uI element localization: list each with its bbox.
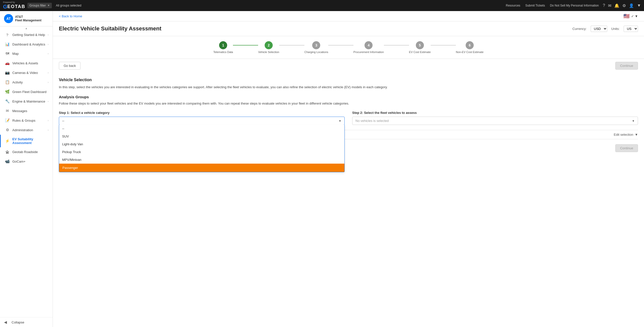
- currency-select[interactable]: USD: [591, 26, 607, 32]
- sidebar-collapse-button[interactable]: ◀ Collapse: [0, 317, 53, 327]
- step-6-circle: 6: [466, 41, 474, 49]
- settings-icon[interactable]: ⚙: [622, 3, 626, 8]
- sidebar-item-cameras[interactable]: 📷 Cameras & Video ›: [0, 68, 53, 77]
- sidebar-scroll-up[interactable]: ▲: [0, 26, 53, 30]
- sidebar-label-geotab-roadside: Geotab Roadside: [12, 150, 49, 154]
- geotab-roadside-icon: 🛣: [5, 150, 10, 154]
- sidebar-item-map[interactable]: 🗺 Map ›: [0, 49, 53, 58]
- groups-filter-button[interactable]: Groups filter ▼: [27, 3, 52, 8]
- flag-dropdown-arrow[interactable]: ✓ ▼: [631, 14, 638, 18]
- option-mpv-minivan[interactable]: MPV/Minivan: [59, 156, 344, 164]
- fleet-vehicles-arrow-icon: ▼: [632, 119, 635, 122]
- groups-filter-label: Groups filter: [29, 4, 46, 7]
- option-passenger[interactable]: Passenger: [59, 164, 344, 172]
- brand-subtitle: Fleet Management: [15, 19, 42, 22]
- engine-expand-icon: ›: [48, 100, 49, 103]
- option-placeholder[interactable]: --: [59, 125, 344, 132]
- sidebar-label-messages: Messages: [12, 109, 49, 113]
- units-select[interactable]: US: [624, 26, 638, 32]
- option-suv[interactable]: SUV: [59, 132, 344, 140]
- user-icon[interactable]: 👤: [629, 3, 634, 8]
- logo-g: G: [3, 4, 7, 10]
- top-bar: Powered by G EOTAB Groups filter ▼ All g…: [0, 0, 644, 11]
- geotab-logo: Powered by G EOTAB: [3, 1, 25, 10]
- vehicle-selection-title: Vehicle Selection: [59, 78, 638, 82]
- sidebar-item-activity[interactable]: 📋 Activity ›: [0, 77, 53, 87]
- step-6: 6 Non-EV Cost Estimate: [456, 41, 484, 54]
- sidebar-item-geotab-roadside[interactable]: 🛣 Geotab Roadside: [0, 147, 53, 157]
- step-5-circle: 5: [416, 41, 424, 49]
- cameras-icon: 📷: [5, 70, 10, 75]
- sidebar-item-green-fleet[interactable]: 🌿 Green Fleet Dashboard: [0, 87, 53, 97]
- engine-icon: 🔧: [5, 99, 10, 104]
- vehicle-category-dropdown-menu: -- SUV Light-duty Van Pickup Truck MPV/M…: [59, 125, 345, 172]
- continue-button-top[interactable]: Continue: [615, 62, 638, 70]
- step-4-circle: 4: [365, 41, 373, 49]
- bell-icon[interactable]: 🔔: [614, 3, 619, 8]
- step-5-label: EV Cost Estimate: [409, 51, 431, 54]
- sidebar-item-ev-suitability[interactable]: ⚡ EV Suitability Assessment: [0, 135, 53, 147]
- sidebar-item-gocam[interactable]: 📹 GoCam+: [0, 157, 53, 166]
- vehicles-icon: 🚗: [5, 61, 10, 65]
- collapse-label: Collapse: [12, 320, 24, 324]
- step-1-label: Telematics Data: [213, 51, 233, 54]
- option-light-duty-van[interactable]: Light-duty Van: [59, 140, 344, 148]
- sidebar-item-rules-groups[interactable]: 📝 Rules & Groups ›: [0, 116, 53, 125]
- step-connector-1-2: [233, 45, 258, 45]
- step-6-label: Non-EV Cost Estimate: [456, 51, 484, 54]
- top-bar-icons: ? ✉ 🔔 ⚙ 👤 ▼: [603, 3, 641, 8]
- currency-label: Currency:: [572, 27, 586, 31]
- vehicle-category-select[interactable]: -- ▼: [59, 117, 345, 125]
- map-icon: 🗺: [5, 52, 10, 56]
- content-area: Vehicle Selection In this step, select t…: [53, 73, 644, 157]
- sidebar-label-ev-suitability: EV Suitability Assessment: [12, 137, 49, 145]
- top-bar-left: Powered by G EOTAB Groups filter ▼ All g…: [3, 1, 81, 10]
- groups-filter-arrow-icon: ▼: [47, 4, 50, 7]
- continue-button-bottom[interactable]: Continue: [615, 144, 638, 152]
- sidebar-item-dashboard[interactable]: 📊 Dashboard & Analytics ›: [0, 39, 53, 49]
- mail-icon[interactable]: ✉: [608, 3, 611, 8]
- currency-units-bar: Currency: USD Units: US: [572, 26, 638, 32]
- sidebar: AT AT&T Fleet Management ▲ ? Getting Sta…: [0, 11, 53, 327]
- administration-expand-icon: ›: [48, 129, 49, 131]
- sidebar-label-administration: Administration: [12, 128, 48, 132]
- back-to-home-link[interactable]: < Back to Home: [59, 14, 82, 18]
- main-content: < Back to Home 🇺🇸 ✓ ▼ Electric Vehicle S…: [53, 11, 644, 327]
- action-bar-top: Go back Continue: [53, 59, 644, 73]
- sidebar-item-getting-started[interactable]: ? Getting Started & Help ›: [0, 30, 53, 39]
- user-dropdown-arrow[interactable]: ▼: [637, 3, 641, 8]
- logo-rest: EOTAB: [7, 4, 25, 9]
- sidebar-item-engine[interactable]: 🔧 Engine & Maintenance ›: [0, 97, 53, 106]
- activity-expand-icon: ›: [48, 81, 49, 84]
- fleet-vehicles-select[interactable]: No vehicles is selected ▼: [352, 117, 638, 125]
- step-4-label: Procurement Information: [353, 51, 384, 54]
- step-3-label: Charging Locations: [304, 51, 328, 54]
- step-5: 5 EV Cost Estimate: [409, 41, 431, 54]
- step-connector-4-5: [384, 45, 409, 45]
- sidebar-item-vehicles[interactable]: 🚗 Vehicles & Assets: [0, 58, 53, 68]
- getting-started-icon: ?: [5, 33, 10, 37]
- vehicle-category-value: --: [62, 119, 64, 123]
- option-pickup-truck[interactable]: Pickup Truck: [59, 148, 344, 156]
- step-3: 3 Charging Locations: [304, 41, 328, 54]
- green-fleet-icon: 🌿: [5, 89, 10, 94]
- flag-icon: 🇺🇸: [623, 13, 630, 19]
- step-2-label: Vehicle Selection: [258, 51, 279, 54]
- top-bar-right: Resources Submit Tickets Do Not Sell My …: [506, 3, 641, 8]
- submit-tickets-link[interactable]: Submit Tickets: [525, 4, 545, 7]
- step-4: 4 Procurement Information: [353, 41, 384, 54]
- do-not-sell-link[interactable]: Do Not Sell My Personal Information: [550, 4, 599, 7]
- step-2-circle: 2: [265, 41, 273, 49]
- app-layout: AT AT&T Fleet Management ▲ ? Getting Sta…: [0, 11, 644, 327]
- help-icon[interactable]: ?: [603, 3, 605, 8]
- sidebar-item-administration[interactable]: ⚙ Administration ›: [0, 125, 53, 135]
- step-connector-5-6: [431, 45, 456, 45]
- go-back-button[interactable]: Go back: [59, 62, 80, 70]
- resources-link[interactable]: Resources: [506, 4, 520, 7]
- sidebar-label-dashboard: Dashboard & Analytics: [12, 42, 48, 46]
- main-header: < Back to Home 🇺🇸 ✓ ▼: [53, 11, 644, 21]
- dashboard-expand-icon: ›: [48, 43, 49, 46]
- sidebar-label-engine: Engine & Maintenance: [12, 100, 48, 103]
- sidebar-item-messages[interactable]: ✉ Messages: [0, 106, 53, 116]
- edit-selection-icon: ▼: [635, 133, 638, 136]
